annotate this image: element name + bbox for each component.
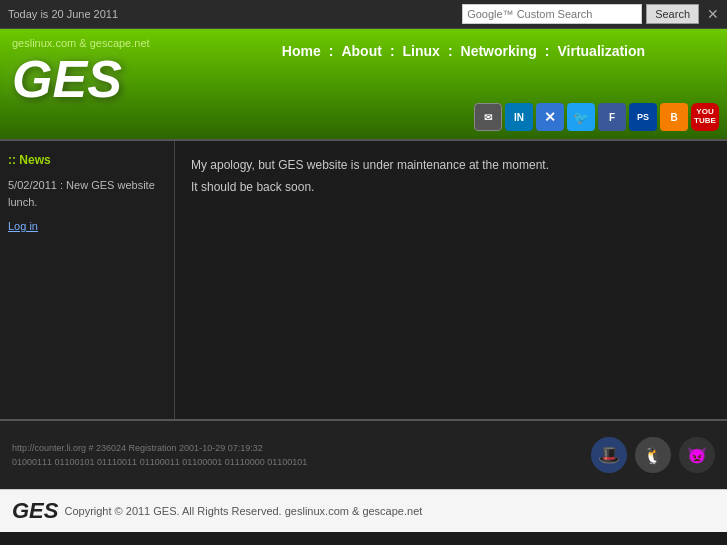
footer-icon-gnu[interactable]: 🐧 — [635, 437, 671, 473]
nav-item-about[interactable]: About — [333, 39, 389, 63]
social-icon-email[interactable]: ✉ — [474, 103, 502, 131]
counter-info: http://counter.li.org # 236024 Registrat… — [12, 441, 307, 470]
footer-copyright: Copyright © 2011 GES. All Rights Reserve… — [64, 505, 422, 517]
login-link[interactable]: Log in — [8, 220, 166, 232]
nav-item-networking[interactable]: Networking — [453, 39, 545, 63]
top-bar: Today is 20 June 2011 Search ✕ — [0, 0, 727, 29]
footer-icon-bsd[interactable]: 👿 — [679, 437, 715, 473]
footer-icon-fedora[interactable]: 🎩 — [591, 437, 627, 473]
search-button[interactable]: Search — [646, 4, 699, 24]
counter-line1: http://counter.li.org # 236024 Registrat… — [12, 441, 307, 455]
news-heading: :: News — [8, 153, 166, 167]
social-icon-facebook[interactable]: f — [598, 103, 626, 131]
footer-bar: http://counter.li.org # 236024 Registrat… — [0, 419, 727, 489]
search-input[interactable] — [462, 4, 642, 24]
nav-area: Home : About : Linux : Networking : Virt… — [200, 39, 727, 63]
nav-menu: Home : About : Linux : Networking : Virt… — [274, 39, 653, 63]
social-icon-blogger[interactable]: B — [660, 103, 688, 131]
news-item: 5/02/2011 : New GES website lunch. — [8, 177, 166, 210]
social-icon-youtube[interactable]: YouTube — [691, 103, 719, 131]
sidebar: :: News 5/02/2011 : New GES website lunc… — [0, 141, 175, 419]
maintenance-line2: It should be back soon. — [191, 180, 314, 194]
nav-item-virtualization[interactable]: Virtualization — [549, 39, 653, 63]
social-area: ✉ in ✕ 🐦 f PS B YouTube — [474, 103, 719, 131]
footer-icons: 🎩 🐧 👿 — [591, 437, 715, 473]
bottom-footer-content: GES Copyright © 2011 GES. All Rights Res… — [12, 498, 715, 524]
main-content: My apology, but GES website is under mai… — [175, 141, 727, 419]
maintenance-message: My apology, but GES website is under mai… — [191, 155, 711, 198]
social-icon-playstation[interactable]: PS — [629, 103, 657, 131]
maintenance-line1: My apology, but GES website is under mai… — [191, 158, 549, 172]
header: geslinux.com & gescape.net GES Home : Ab… — [0, 29, 727, 139]
social-icon-delicious[interactable]: ✕ — [536, 103, 564, 131]
bottom-footer: GES Copyright © 2011 GES. All Rights Res… — [0, 489, 727, 532]
today-label: Today is 20 June 2011 — [8, 8, 118, 20]
counter-line2: 01000111 01100101 01110011 01100011 0110… — [12, 455, 307, 469]
close-icon[interactable]: ✕ — [707, 6, 719, 22]
nav-item-linux[interactable]: Linux — [395, 39, 448, 63]
social-icon-linkedin[interactable]: in — [505, 103, 533, 131]
nav-item-home[interactable]: Home — [274, 39, 329, 63]
main-wrapper: :: News 5/02/2011 : New GES website lunc… — [0, 139, 727, 419]
social-icon-twitter[interactable]: 🐦 — [567, 103, 595, 131]
search-area: Search ✕ — [462, 4, 719, 24]
footer-logo: GES — [12, 498, 58, 524]
